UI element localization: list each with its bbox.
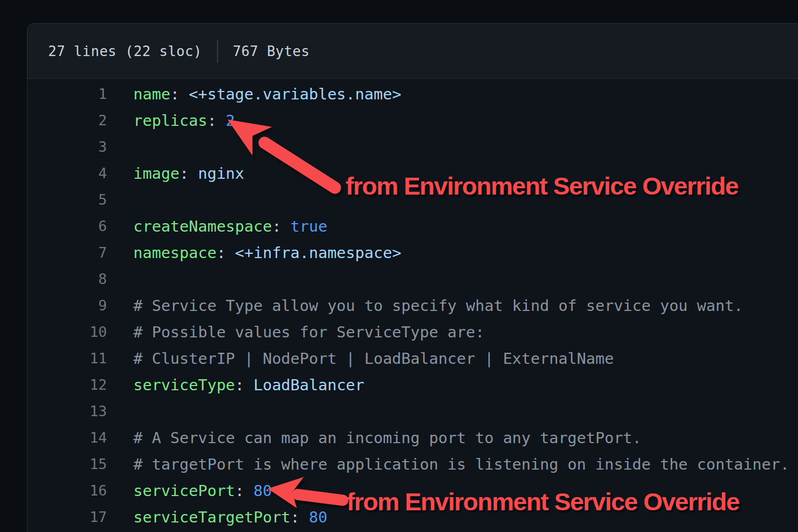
file-lines-info: 27 lines (22 sloc) [48,43,202,59]
page-background: 27 lines (22 sloc) 767 Bytes 1name: <+st… [0,0,798,532]
line-number[interactable]: 17 [28,504,107,530]
code-line: 12serviceType: LoadBalancer [28,372,798,398]
token-string: <+infra.namespace> [226,244,402,262]
token-punct: : [216,244,225,262]
code-line: 14# A Service can map an incoming port t… [28,425,798,451]
token-scalar: 80 [244,482,272,500]
line-number[interactable]: 2 [28,107,107,134]
code-line: 6createNamespace: true [28,213,798,240]
token-punct: : [207,112,216,130]
token-key: name [133,85,170,103]
line-content [107,187,133,213]
line-number[interactable]: 1 [28,81,107,107]
line-number[interactable]: 3 [28,134,107,160]
line-content: name: <+stage.variables.name> [107,81,401,107]
line-content: serviceType: LoadBalancer [107,372,365,398]
token-punct: : [235,482,244,500]
code-line: 10# Possible values for ServiceType are: [28,319,798,345]
line-content: image: nginx [107,160,244,187]
line-number[interactable]: 8 [28,266,107,292]
line-number[interactable]: 10 [28,319,107,345]
line-number[interactable]: 13 [28,398,107,425]
file-viewer-panel: 27 lines (22 sloc) 767 Bytes 1name: <+st… [27,23,798,532]
line-content [107,134,133,160]
token-key: createNamespace [133,217,272,235]
code-lines: 1name: <+stage.variables.name>2replicas:… [28,79,798,530]
token-comment: # targetPort is where application is lis… [133,455,790,473]
token-key: replicas [133,112,207,130]
token-punct: : [272,217,281,235]
code-line: 15# targetPort is where application is l… [28,451,798,478]
line-number[interactable]: 6 [28,213,107,240]
line-number[interactable]: 5 [28,187,107,213]
code-line: 1name: <+stage.variables.name> [28,81,798,107]
line-content: createNamespace: true [107,213,328,240]
code-line: 9# Service Type allow you to specify wha… [28,292,798,319]
code-line: 3 [28,134,798,160]
line-number[interactable]: 14 [28,425,107,451]
token-comment: # A Service can map an incoming port to … [133,429,641,447]
token-string: <+stage.variables.name> [179,85,401,103]
token-scalar: true [281,217,327,235]
line-content: # targetPort is where application is lis… [107,451,790,478]
token-scalar: 80 [300,508,327,526]
token-punct: : [170,85,179,103]
line-content: namespace: <+infra.namespace> [107,240,401,266]
line-number[interactable]: 11 [28,345,107,372]
token-string: nginx [189,164,244,182]
token-comment: # Possible values for ServiceType are: [133,323,484,341]
token-key: namespace [133,244,216,262]
code-line: 2replicas: 2 [28,107,798,134]
line-content: # A Service can map an incoming port to … [107,425,641,451]
line-content: # Possible values for ServiceType are: [107,319,484,345]
line-content: # ClusterIP | NodePort | LoadBalancer | … [107,345,614,372]
line-number[interactable]: 12 [28,372,107,398]
line-content: serviceTargetPort: 80 [107,504,328,530]
annotation-label-replicas: from Environment Service Override [346,173,738,198]
token-key: serviceType [133,376,235,394]
line-number[interactable]: 16 [28,478,107,504]
code-line: 11# ClusterIP | NodePort | LoadBalancer … [28,345,798,372]
token-key: image [133,164,179,182]
line-number[interactable]: 7 [28,240,107,266]
token-scalar: 2 [216,112,235,130]
line-content: # Service Type allow you to specify what… [107,292,743,319]
code-line: 7namespace: <+infra.namespace> [28,240,798,266]
line-number[interactable]: 9 [28,292,107,319]
token-comment: # ClusterIP | NodePort | LoadBalancer | … [133,350,614,368]
line-number[interactable]: 4 [28,160,107,187]
header-divider [217,40,218,63]
line-content: replicas: 2 [107,107,235,134]
token-comment: # Service Type allow you to specify what… [133,297,743,315]
line-content: servicePort: 80 [107,478,272,504]
file-size-info: 767 Bytes [233,43,310,59]
line-content [107,398,133,425]
file-header-bar: 27 lines (22 sloc) 767 Bytes [28,24,798,79]
line-content [107,266,133,292]
token-key: servicePort [133,482,235,500]
token-key: serviceTargetPort [133,508,291,526]
token-punct: : [235,376,244,394]
token-punct: : [179,164,188,182]
token-punct: : [291,508,300,526]
code-line: 8 [28,266,798,292]
code-line: 13 [28,398,798,425]
line-number[interactable]: 15 [28,451,107,478]
token-string: LoadBalancer [244,376,365,394]
annotation-label-serviceport: from Environment Service Override [347,489,739,514]
